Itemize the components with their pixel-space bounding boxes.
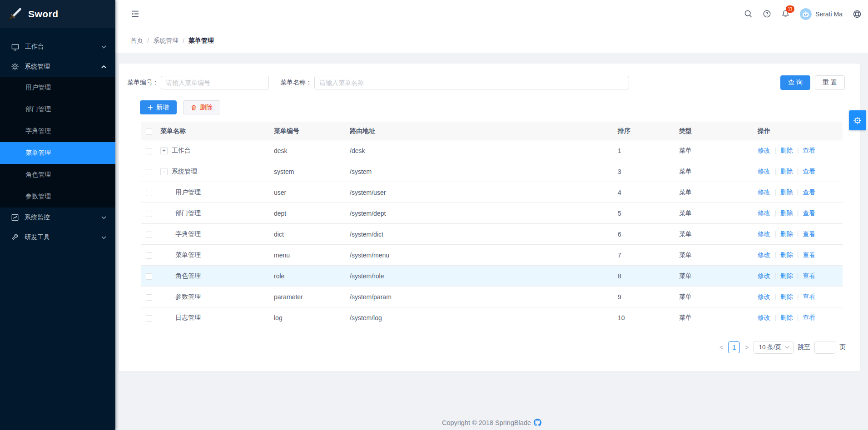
breadcrumb-separator: / [183,37,184,44]
plus-icon [148,105,153,110]
page-size-select[interactable]: 10 条/页 [754,341,794,354]
row-action-edit[interactable]: 修改 [758,147,770,154]
jump-page-input[interactable] [814,341,835,354]
sidebar-subitem-menu[interactable]: 菜单管理 [0,142,115,164]
cell-menu-route: /system/role [346,266,614,287]
sidebar-subitem-role[interactable]: 角色管理 [0,164,115,186]
row-action-delete[interactable]: 删除 [780,188,793,196]
row-action-edit[interactable]: 修改 [758,188,770,196]
row-checkbox[interactable] [146,148,152,154]
action-separator: | [797,230,799,237]
sidebar-subitem-dept[interactable]: 部门管理 [0,99,115,120]
breadcrumb-system[interactable]: 系统管理 [153,37,179,45]
table-row: +工作台desk/desk1菜单修改|删除|查看 [141,140,843,161]
breadcrumb-separator: / [147,37,149,44]
sidebar-item-monitor[interactable]: 系统监控 [0,208,115,227]
row-action-delete[interactable]: 删除 [780,314,793,321]
trash-icon [191,104,197,111]
page-number[interactable]: 1 [728,341,740,353]
row-action-delete[interactable]: 删除 [780,147,793,154]
row-action-edit[interactable]: 修改 [758,168,770,175]
chevron-down-icon [785,346,789,349]
table-row: 日志管理log/system/log10菜单修改|删除|查看 [141,307,843,328]
row-action-delete[interactable]: 删除 [780,272,793,279]
delete-button[interactable]: 删除 [183,100,220,114]
table-toolbar: 新增 删除 [140,100,220,114]
row-action-delete[interactable]: 删除 [780,209,793,217]
row-checkbox[interactable] [146,273,152,280]
row-action-view[interactable]: 查看 [803,272,815,279]
search-button[interactable]: 查 询 [780,75,810,90]
row-action-view[interactable]: 查看 [803,251,815,258]
notifications-bell-icon[interactable]: 11 [781,10,790,19]
breadcrumb: 首页 / 系统管理 / 菜单管理 [115,28,868,53]
column-header-action: 操作 [754,122,843,140]
row-action-edit[interactable]: 修改 [758,272,770,279]
search-icon[interactable] [744,10,753,18]
sidebar-subitem-param[interactable]: 参数管理 [0,186,115,208]
sidebar-item-devtools[interactable]: 研发工具 [0,227,115,247]
row-checkbox[interactable] [146,232,152,238]
row-action-view[interactable]: 查看 [803,168,815,175]
row-action-view[interactable]: 查看 [803,230,815,237]
sidebar-item-system[interactable]: 系统管理 [0,57,115,77]
table-row: 参数管理parameter/system/param9菜单修改|删除|查看 [141,287,843,307]
cell-menu-type: 菜单 [675,266,754,287]
sidebar-item-label: 系统监控 [25,213,50,222]
row-action-view[interactable]: 查看 [803,209,815,217]
reset-button[interactable]: 重 置 [815,75,845,90]
row-action-view[interactable]: 查看 [803,147,815,154]
action-separator: | [797,314,799,321]
breadcrumb-home[interactable]: 首页 [130,37,143,45]
row-checkbox[interactable] [146,190,152,196]
cell-actions: 修改|删除|查看 [754,140,843,161]
sidebar-subitem-user[interactable]: 用户管理 [0,77,115,99]
collapse-menu-icon[interactable] [130,9,140,19]
row-action-edit[interactable]: 修改 [758,230,770,237]
cell-menu-type: 菜单 [675,203,754,224]
row-action-edit[interactable]: 修改 [758,293,770,300]
row-checkbox[interactable] [146,315,152,321]
sidebar-subitem-label: 参数管理 [25,193,51,201]
row-checkbox[interactable] [146,169,152,175]
row-action-view[interactable]: 查看 [803,188,815,196]
github-icon[interactable] [534,419,541,426]
row-checkbox[interactable] [146,211,152,217]
cell-actions: 修改|删除|查看 [754,287,843,307]
row-action-delete[interactable]: 删除 [780,293,793,300]
avatar[interactable] [800,8,812,20]
language-globe-icon[interactable] [853,10,862,19]
row-action-delete[interactable]: 删除 [780,251,793,258]
cell-menu-type: 菜单 [675,182,754,203]
menu-name-input[interactable] [314,76,629,89]
help-icon[interactable] [763,10,771,18]
expand-toggle-icon[interactable]: - [160,168,168,175]
menu-code-input[interactable] [161,76,269,89]
settings-drawer-button[interactable] [849,110,866,130]
chevron-down-icon [101,45,106,49]
row-action-delete[interactable]: 删除 [780,230,793,237]
row-action-view[interactable]: 查看 [803,314,815,321]
expand-toggle-icon[interactable]: + [160,147,168,154]
cell-menu-name: 用户管理 [175,188,201,197]
select-all-checkbox[interactable] [146,129,152,135]
cell-actions: 修改|删除|查看 [754,203,843,224]
row-action-edit[interactable]: 修改 [758,314,770,321]
row-checkbox[interactable] [146,294,152,301]
row-action-edit[interactable]: 修改 [758,209,770,217]
row-action-delete[interactable]: 删除 [780,168,793,175]
row-action-edit[interactable]: 修改 [758,251,770,258]
cell-menu-name: 角色管理 [175,272,201,280]
prev-page-arrow[interactable]: < [719,344,724,351]
cell-menu-route: /system/menu [346,245,614,266]
sidebar-item-workbench[interactable]: 工作台 [0,37,115,57]
sidebar: Sword 工作台 系统管理 [0,0,115,430]
cell-menu-route: /system/dict [346,224,614,245]
row-action-view[interactable]: 查看 [803,293,815,300]
cell-menu-code: desk [270,140,346,161]
user-name[interactable]: Serati Ma [815,10,843,18]
sidebar-subitem-dict[interactable]: 字典管理 [0,120,115,142]
next-page-arrow[interactable]: > [744,344,749,351]
add-button[interactable]: 新增 [140,100,177,114]
row-checkbox[interactable] [146,252,152,259]
